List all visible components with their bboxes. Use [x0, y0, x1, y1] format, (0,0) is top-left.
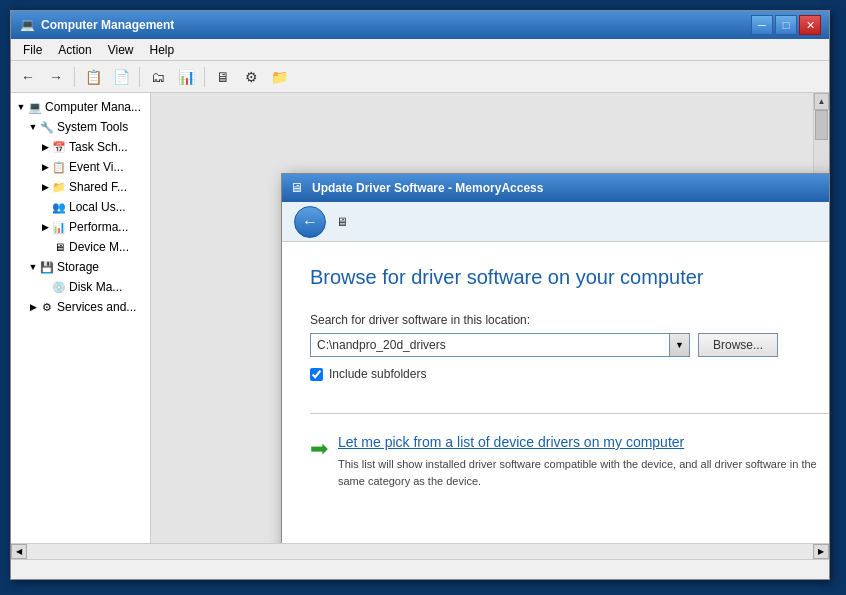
location-input[interactable] [310, 333, 670, 357]
sidebar-label-task-sched: Task Sch... [69, 140, 128, 154]
maximize-button[interactable]: □ [775, 15, 797, 35]
title-bar: 💻 Computer Management ─ □ ✕ [11, 11, 829, 39]
sidebar-label-system-tools: System Tools [57, 120, 128, 134]
window-title: Computer Management [41, 18, 751, 32]
bottom-area: ◀ ▶ [11, 543, 829, 579]
sidebar-label-performance: Performa... [69, 220, 128, 234]
shared-folders-icon: 📁 [51, 179, 67, 195]
dialog-heading: Browse for driver software on your compu… [310, 266, 829, 289]
pick-text-block: Let me pick from a list of device driver… [338, 434, 818, 489]
dialog-content: Browse for driver software on your compu… [282, 242, 829, 543]
connect-button[interactable]: 🖥 [210, 65, 236, 89]
filter-button[interactable]: 📊 [173, 65, 199, 89]
expand-icon-3: ▶ [39, 141, 51, 153]
expand-icon-2: ▼ [27, 121, 39, 133]
h-scroll-track [27, 544, 813, 559]
main-window: 💻 Computer Management ─ □ ✕ File Action … [10, 10, 830, 580]
expand-icon-6 [39, 201, 51, 213]
sidebar-label-storage: Storage [57, 260, 99, 274]
expand-icon-7: ▶ [39, 221, 51, 233]
forward-tool-button[interactable]: → [43, 65, 69, 89]
event-viewer-icon: 📋 [51, 159, 67, 175]
dialog-icon: 🖥 [290, 180, 306, 196]
local-users-icon: 👥 [51, 199, 67, 215]
breadcrumb-icon: 🖥 [336, 215, 348, 229]
expand-icon-8 [39, 241, 51, 253]
sidebar-item-storage[interactable]: ▼ 💾 Storage [11, 257, 150, 277]
sidebar-item-system-tools[interactable]: ▼ 🔧 System Tools [11, 117, 150, 137]
green-arrow-icon: ➡ [310, 436, 328, 462]
sidebar-item-local-users[interactable]: 👥 Local Us... [11, 197, 150, 217]
window-controls: ─ □ ✕ [751, 15, 821, 35]
help-tool-button[interactable]: 📄 [108, 65, 134, 89]
sidebar-item-task-sched[interactable]: ▶ 📅 Task Sch... [11, 137, 150, 157]
disconnect-button[interactable]: ⚙ [238, 65, 264, 89]
sidebar-label-shared: Shared F... [69, 180, 127, 194]
device-mgr-icon: 🖥 [51, 239, 67, 255]
computer-mgmt-icon: 💻 [27, 99, 43, 115]
menu-file[interactable]: File [15, 41, 50, 59]
minimize-button[interactable]: ─ [751, 15, 773, 35]
sidebar: ▼ 💻 Computer Mana... ▼ 🔧 System Tools ▶ … [11, 93, 151, 543]
pick-from-list-link[interactable]: Let me pick from a list of device driver… [338, 434, 818, 450]
sidebar-item-device-mgr[interactable]: 🖥 Device M... [11, 237, 150, 257]
dialog-nav: ← 🖥 [282, 202, 829, 242]
menu-help[interactable]: Help [142, 41, 183, 59]
location-row: ▼ Browse... [310, 333, 829, 357]
menu-view[interactable]: View [100, 41, 142, 59]
system-tools-icon: 🔧 [39, 119, 55, 135]
sidebar-label-device-mgr: Device M... [69, 240, 129, 254]
services-icon: ⚙ [39, 299, 55, 315]
sidebar-item-performance[interactable]: ▶ 📊 Performa... [11, 217, 150, 237]
view-button[interactable]: 📁 [266, 65, 292, 89]
sidebar-item-event-viewer[interactable]: ▶ 📋 Event Vi... [11, 157, 150, 177]
sidebar-item-services[interactable]: ▶ ⚙ Services and... [11, 297, 150, 317]
disk-mgmt-icon: 💿 [51, 279, 67, 295]
sidebar-item-computer-mgmt[interactable]: ▼ 💻 Computer Mana... [11, 97, 150, 117]
pick-description: This list will show installed driver sof… [338, 456, 818, 489]
content-area: ▼ 💻 Computer Mana... ▼ 🔧 System Tools ▶ … [11, 93, 829, 543]
scroll-left-button[interactable]: ◀ [11, 544, 27, 559]
toolbar-separator-1 [74, 67, 75, 87]
include-subfolders-label: Include subfolders [329, 367, 426, 381]
browse-button[interactable]: Browse... [698, 333, 778, 357]
performance-icon: 📊 [51, 219, 67, 235]
dialog-breadcrumb: 🖥 [336, 215, 348, 229]
location-dropdown-button[interactable]: ▼ [670, 333, 690, 357]
menu-action[interactable]: Action [50, 41, 99, 59]
section-divider [310, 413, 829, 414]
expand-icon-11: ▶ [27, 301, 39, 313]
app-icon: 💻 [19, 17, 35, 33]
main-panel: ▲ ▼ 🖥 Update Driver Software - MemoryAcc… [151, 93, 829, 543]
expand-icon-4: ▶ [39, 161, 51, 173]
sidebar-label-event-viewer: Event Vi... [69, 160, 123, 174]
back-tool-button[interactable]: ← [15, 65, 41, 89]
include-subfolders-checkbox[interactable] [310, 368, 323, 381]
checkbox-row: Include subfolders [310, 367, 829, 381]
toolbar-separator-3 [204, 67, 205, 87]
toolbar-separator-2 [139, 67, 140, 87]
dialog-title-bar: 🖥 Update Driver Software - MemoryAccess … [282, 174, 829, 202]
location-label: Search for driver software in this locat… [310, 313, 829, 327]
menu-bar: File Action View Help [11, 39, 829, 61]
pick-from-list-section: ➡ Let me pick from a list of device driv… [310, 434, 829, 489]
scroll-right-button[interactable]: ▶ [813, 544, 829, 559]
task-sched-icon: 📅 [51, 139, 67, 155]
sidebar-item-disk-mgmt[interactable]: 💿 Disk Ma... [11, 277, 150, 297]
sidebar-label-disk-mgmt: Disk Ma... [69, 280, 122, 294]
horizontal-scrollbar: ◀ ▶ [11, 543, 829, 559]
sidebar-item-shared-folders[interactable]: ▶ 📁 Shared F... [11, 177, 150, 197]
export-button[interactable]: 🗂 [145, 65, 171, 89]
toolbar: ← → 📋 📄 🗂 📊 🖥 ⚙ 📁 [11, 61, 829, 93]
sidebar-label-local-users: Local Us... [69, 200, 126, 214]
expand-icon-9: ▼ [27, 261, 39, 273]
sidebar-label-computer-mgmt: Computer Mana... [45, 100, 141, 114]
update-driver-dialog: 🖥 Update Driver Software - MemoryAccess … [281, 173, 829, 543]
storage-icon: 💾 [39, 259, 55, 275]
close-button[interactable]: ✕ [799, 15, 821, 35]
sidebar-label-services: Services and... [57, 300, 136, 314]
expand-icon: ▼ [15, 101, 27, 113]
status-bar [11, 559, 829, 579]
dialog-back-button[interactable]: ← [294, 206, 326, 238]
properties-button[interactable]: 📋 [80, 65, 106, 89]
